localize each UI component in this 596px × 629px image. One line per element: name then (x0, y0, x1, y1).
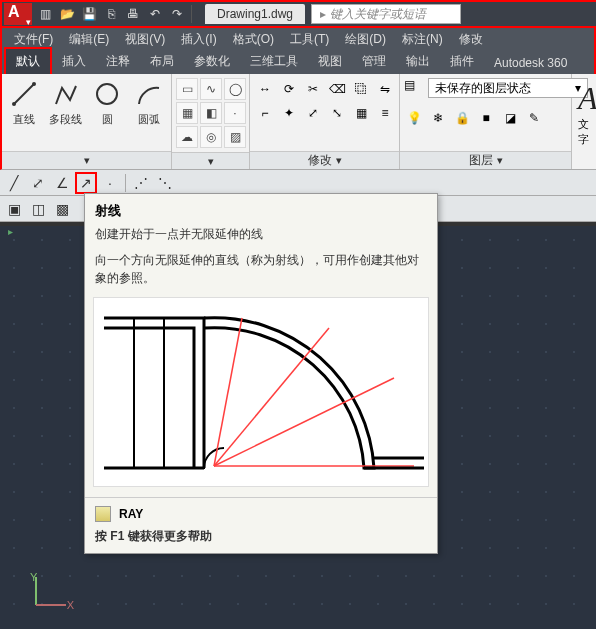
tooltip-description: 向一个方向无限延伸的直线（称为射线），可用作创建其他对象的参照。 (85, 251, 437, 297)
tab-insert[interactable]: 插入 (52, 49, 96, 74)
tab-a360[interactable]: Autodesk 360 (484, 52, 577, 74)
print-icon[interactable]: 🖶 (124, 5, 142, 23)
tab-plugins[interactable]: 插件 (440, 49, 484, 74)
mline-tool-icon[interactable]: ∠ (51, 172, 73, 194)
tab-default[interactable]: 默认 (4, 47, 52, 74)
rotate-icon[interactable]: ⟳ (278, 78, 300, 100)
scale-icon[interactable]: ⤡ (326, 102, 348, 124)
layer-state-dropdown[interactable]: 未保存的图层状态▾ (428, 78, 588, 98)
menu-tools[interactable]: 工具(T) (282, 28, 337, 51)
app-logo[interactable] (4, 3, 32, 25)
region-tool-icon[interactable]: ◫ (27, 198, 49, 220)
menu-view[interactable]: 视图(V) (117, 28, 173, 51)
arc-button[interactable]: 圆弧 (131, 78, 167, 127)
tab-annotate[interactable]: 注释 (96, 49, 140, 74)
layer-match-icon[interactable]: ✎ (524, 108, 544, 128)
copy-icon[interactable]: ⿻ (350, 78, 372, 100)
mirror-icon[interactable]: ⇋ (374, 78, 396, 100)
divide-tool-icon[interactable]: ⋰ (130, 172, 152, 194)
drawing-tab[interactable]: Drawing1.dwg (205, 4, 305, 24)
search-input[interactable]: 键入关键字或短语 (311, 4, 461, 24)
layer-state-label: 未保存的图层状态 (435, 80, 531, 97)
polyline-button[interactable]: 多段线 (48, 78, 84, 127)
fillet-icon[interactable]: ⌐ (254, 102, 276, 124)
revcloud-icon[interactable]: ☁ (176, 126, 198, 148)
menu-modify[interactable]: 修改 (451, 28, 491, 51)
search-placeholder: 键入关键字或短语 (330, 6, 426, 23)
region-icon[interactable]: ◧ (200, 102, 222, 124)
hatch-icon[interactable]: ▦ (176, 102, 198, 124)
spline-icon[interactable]: ∿ (200, 78, 222, 100)
layer-props-icon[interactable]: ▤ (404, 78, 424, 98)
circle-label: 圆 (102, 112, 113, 127)
circle-button[interactable]: 圆 (90, 78, 126, 127)
circle-icon (91, 78, 123, 110)
camera-tool-icon[interactable]: ▣ (3, 198, 25, 220)
tab-output[interactable]: 输出 (396, 49, 440, 74)
text-icon[interactable]: A (578, 80, 596, 117)
tooltip-image (93, 297, 429, 487)
array-icon[interactable]: ▦ (350, 102, 372, 124)
layer-color-icon[interactable]: ■ (476, 108, 496, 128)
layer-panel: ▤ 未保存的图层状态▾ 💡 ❄ 🔒 ■ ◪ ✎ 图层 ▾ (400, 74, 572, 169)
svg-point-3 (97, 84, 117, 104)
rect-icon[interactable]: ▭ (176, 78, 198, 100)
modify-panel-footer[interactable]: 修改 ▾ (250, 151, 399, 169)
boundary-tool-icon[interactable]: ▩ (51, 198, 73, 220)
redo-icon[interactable]: ↷ (168, 5, 186, 23)
offset-icon[interactable]: ≡ (374, 102, 396, 124)
menu-format[interactable]: 格式(O) (225, 28, 282, 51)
explode-icon[interactable]: ✦ (278, 102, 300, 124)
saveas-icon[interactable]: ⎘ (102, 5, 120, 23)
draw-panel-footer[interactable]: ▾ (2, 151, 171, 169)
tab-parametric[interactable]: 参数化 (184, 49, 240, 74)
layer-iso-icon[interactable]: ◪ (500, 108, 520, 128)
point-tool-icon[interactable]: · (99, 172, 121, 194)
svg-point-1 (12, 102, 16, 106)
tooltip-help: 按 F1 键获得更多帮助 (95, 528, 427, 545)
save-icon[interactable]: 💾 (80, 5, 98, 23)
title-bar: ▥ 📂 💾 ⎘ 🖶 ↶ ↷ Drawing1.dwg 键入关键字或短语 (0, 0, 596, 28)
menu-insert[interactable]: 插入(I) (173, 28, 224, 51)
layer-lock-icon[interactable]: 🔒 (452, 108, 472, 128)
menu-edit[interactable]: 编辑(E) (61, 28, 117, 51)
ucs-y-label: Y (30, 571, 37, 583)
measure-tool-icon[interactable]: ⋱ (154, 172, 176, 194)
erase-icon[interactable]: ⌫ (326, 78, 348, 100)
draw-extras-footer[interactable]: ▾ (172, 152, 249, 169)
donut-icon[interactable]: ◎ (200, 126, 222, 148)
command-disk-icon (95, 506, 111, 522)
line-button[interactable]: 直线 (6, 78, 42, 127)
tooltip-footer: RAY 按 F1 键获得更多帮助 (85, 497, 437, 553)
menu-dim[interactable]: 标注(N) (394, 28, 451, 51)
tab-3dtools[interactable]: 三维工具 (240, 49, 308, 74)
layer-panel-footer[interactable]: 图层 ▾ (400, 151, 571, 169)
point-icon[interactable]: · (224, 102, 246, 124)
polyline-icon (50, 78, 82, 110)
stretch-icon[interactable]: ⤢ (302, 102, 324, 124)
move-icon[interactable]: ↔ (254, 78, 276, 100)
line-icon (8, 78, 40, 110)
layer-on-icon[interactable]: 💡 (404, 108, 424, 128)
layer-filter-row: 💡 ❄ 🔒 ■ ◪ ✎ (404, 108, 544, 128)
ellipse-icon[interactable]: ◯ (224, 78, 246, 100)
tab-layout[interactable]: 布局 (140, 49, 184, 74)
svg-line-10 (214, 378, 394, 466)
xline-tool-icon[interactable]: ╱ (3, 172, 25, 194)
ray-tool-icon[interactable]: ↗ (75, 172, 97, 194)
tooltip-subtitle: 创建开始于一点并无限延伸的线 (85, 222, 437, 251)
open-icon[interactable]: 📂 (58, 5, 76, 23)
ucs-x-label: X (67, 599, 74, 611)
construction-tool-icon[interactable]: ⤢ (27, 172, 49, 194)
menu-draw[interactable]: 绘图(D) (337, 28, 394, 51)
arc-icon (133, 78, 165, 110)
wipeout-icon[interactable]: ▨ (224, 126, 246, 148)
toolbar-separator (125, 174, 126, 192)
tab-manage[interactable]: 管理 (352, 49, 396, 74)
undo-icon[interactable]: ↶ (146, 5, 164, 23)
ucs-icon: Y X (30, 571, 70, 611)
trim-icon[interactable]: ✂ (302, 78, 324, 100)
new-icon[interactable]: ▥ (36, 5, 54, 23)
layer-freeze-icon[interactable]: ❄ (428, 108, 448, 128)
tab-view[interactable]: 视图 (308, 49, 352, 74)
